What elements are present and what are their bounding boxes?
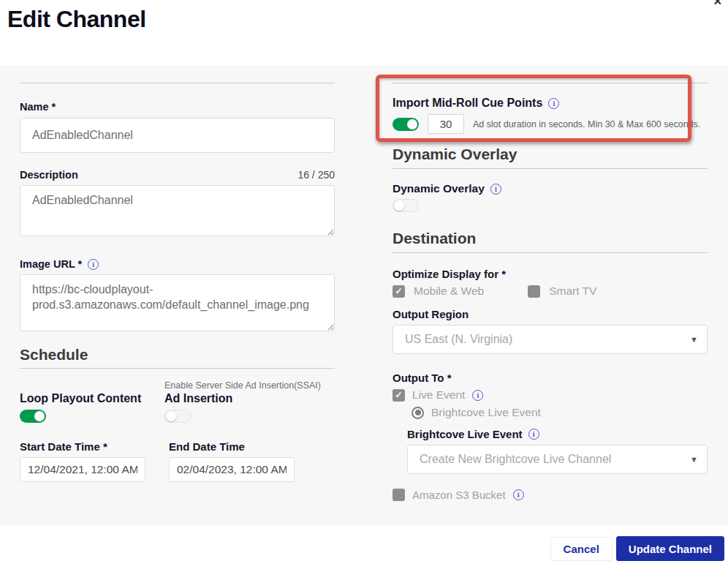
smart-tv-checkbox[interactable] <box>528 285 540 298</box>
ad-slot-duration-input[interactable] <box>428 114 464 134</box>
brightcove-live-channel-value: Create New Brightcove Live Channel <box>420 453 611 466</box>
info-icon[interactable]: i <box>88 259 99 270</box>
live-event-label: Live Event <box>412 388 465 402</box>
midroll-helper-text: Ad slot duration in seconds. Min 30 & Ma… <box>473 119 700 129</box>
dialog-header: Edit Channel ✕ <box>0 0 728 66</box>
info-icon[interactable]: i <box>472 390 483 401</box>
divider <box>393 168 708 169</box>
info-icon[interactable]: i <box>528 429 539 440</box>
midroll-label: Import Mid-Roll Cue Points <box>393 97 542 110</box>
image-url-label: Image URL * <box>20 258 82 270</box>
start-date-input[interactable] <box>20 457 145 482</box>
char-counter: 16 / 250 <box>297 169 335 181</box>
loop-playout-toggle[interactable] <box>20 410 46 423</box>
left-column: Name * Description 16 / 250 AdEnabledCha… <box>20 66 335 482</box>
s3-bucket-checkbox[interactable] <box>393 489 405 501</box>
brightcove-live-event-radio[interactable] <box>412 407 424 419</box>
start-date-group: Start Date Time * <box>20 440 169 482</box>
ssai-note: Enable Server Side Ad Insertion(SSAI) <box>164 380 335 391</box>
close-icon[interactable]: ✕ <box>713 0 722 8</box>
output-to-label: Output To * <box>393 372 708 384</box>
schedule-heading: Schedule <box>20 346 335 364</box>
form-body: Name * Description 16 / 250 AdEnabledCha… <box>0 66 728 525</box>
optimize-display-label: Optimize Display for * <box>393 268 708 280</box>
dynamic-overlay-heading: Dynamic Overlay <box>393 146 708 163</box>
live-event-checkbox[interactable]: ✓ <box>393 389 405 402</box>
output-region-label: Output Region <box>393 308 708 320</box>
ad-insertion-group: Enable Server Side Ad Insertion(SSAI) Ad… <box>164 380 335 426</box>
end-date-label: End Date Time <box>169 440 335 453</box>
mobile-web-checkbox[interactable]: ✓ <box>393 285 405 298</box>
dynamic-overlay-label: Dynamic Overlay <box>393 182 485 195</box>
destination-heading: Destination <box>393 230 708 247</box>
info-icon[interactable]: i <box>513 489 524 500</box>
mobile-web-label: Mobile & Web <box>414 285 484 298</box>
info-icon[interactable]: i <box>490 184 501 195</box>
output-region-select[interactable]: US East (N. Virginia) ▼ <box>393 325 708 354</box>
brightcove-live-event-radio-label: Brightcove Live Event <box>431 406 541 419</box>
cancel-button[interactable]: Cancel <box>550 537 613 561</box>
dynamic-overlay-toggle[interactable] <box>393 199 419 212</box>
start-date-label: Start Date Time * <box>20 440 169 453</box>
end-date-input[interactable] <box>169 457 295 482</box>
image-url-textarea[interactable]: https://bc-cloudplayout-prod.s3.amazonaw… <box>20 274 335 331</box>
midroll-toggle[interactable] <box>393 118 419 131</box>
page-title: Edit Channel <box>7 6 146 33</box>
s3-bucket-label: Amazon S3 Bucket <box>412 489 506 501</box>
brightcove-live-channel-select[interactable]: Create New Brightcove Live Channel ▼ <box>407 445 708 474</box>
output-region-value: US East (N. Virginia) <box>405 333 512 346</box>
name-label: Name * <box>20 101 335 113</box>
update-channel-button[interactable]: Update Channel <box>616 536 724 561</box>
name-input[interactable] <box>20 118 335 153</box>
right-column: Import Mid-Roll Cue Points i Ad slot dur… <box>393 66 708 501</box>
brightcove-live-event-label: Brightcove Live Event <box>407 428 523 440</box>
divider <box>20 368 335 369</box>
dialog-footer: Cancel Update Channel <box>0 525 728 572</box>
loop-playout-label: Loop Playout Content <box>20 392 164 405</box>
ad-insertion-toggle[interactable] <box>164 410 191 423</box>
divider <box>393 83 708 83</box>
edit-channel-dialog: Edit Channel ✕ Name * Description 16 / 2… <box>0 0 728 572</box>
divider <box>393 252 708 253</box>
smart-tv-label: Smart TV <box>549 285 596 298</box>
loop-playout-group: Loop Playout Content <box>20 380 164 426</box>
description-label: Description <box>20 169 78 181</box>
end-date-group: End Date Time <box>169 440 335 482</box>
info-icon[interactable]: i <box>548 98 559 109</box>
chevron-down-icon: ▼ <box>690 335 698 344</box>
chevron-down-icon: ▼ <box>690 455 698 464</box>
description-textarea[interactable]: AdEnabledChannel <box>20 185 335 236</box>
ad-insertion-label: Ad Insertion <box>164 392 335 405</box>
divider <box>20 83 335 83</box>
